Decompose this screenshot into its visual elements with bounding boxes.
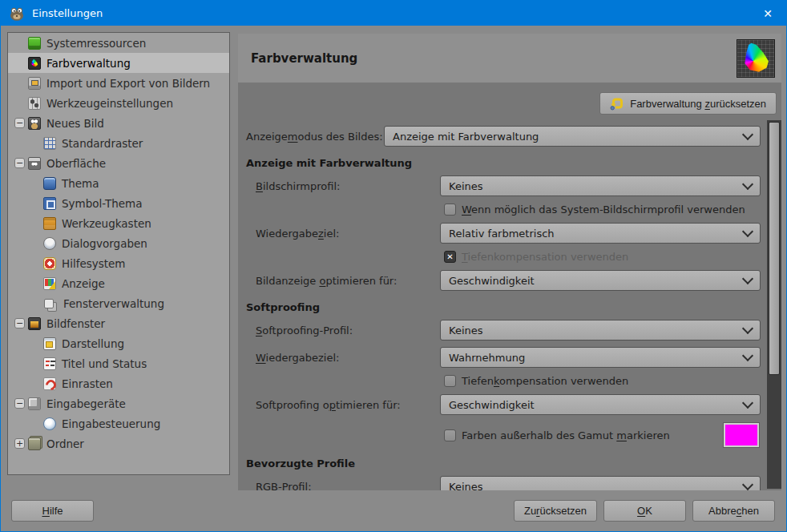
expander-minus-icon[interactable]: − bbox=[14, 158, 25, 168]
input-devices-icon bbox=[28, 397, 41, 410]
sidebar-item-eingabegerate[interactable]: − Eingabegeräte bbox=[8, 393, 229, 413]
theme-icon bbox=[43, 177, 56, 190]
memory-chip-icon bbox=[28, 37, 41, 50]
gamut-color-swatch[interactable] bbox=[724, 423, 759, 447]
sidebar-item-eingabesteuerung[interactable]: Eingabesteuerung bbox=[8, 413, 229, 433]
snapping-icon bbox=[43, 377, 56, 390]
sidebar-item-label: Dialogvorgaben bbox=[62, 237, 147, 250]
dropdown-rgb-profil[interactable]: Keines bbox=[440, 476, 761, 490]
reset-button-label: Farbverwaltung zurücksetzen bbox=[630, 98, 766, 110]
chevron-down-icon bbox=[742, 226, 753, 237]
scrollbar-thumb[interactable] bbox=[769, 122, 780, 375]
sidebar-item-label: Hilfesystem bbox=[62, 257, 126, 270]
checkbox-row-farben-ausserhalb-des-gamut-markieren[interactable]: Farben außerhalb des Gamut markieren bbox=[444, 423, 761, 447]
footer-buttons: Zurücksetzen OK Abbrechen bbox=[514, 500, 775, 522]
sidebar-item-symbol-thema[interactable]: Symbol-Thema bbox=[8, 193, 229, 213]
close-button[interactable]: ✕ bbox=[749, 1, 786, 26]
cancel-button[interactable]: Abbrechen bbox=[692, 500, 775, 522]
sidebar-item-import-und-export-von-bildern[interactable]: Import und Export von Bildern bbox=[8, 73, 229, 93]
sidebar-item-einrasten[interactable]: Einrasten bbox=[8, 373, 229, 393]
appearance-icon bbox=[43, 337, 56, 350]
page-header: Farbverwaltung bbox=[238, 34, 781, 83]
wilber-app-icon bbox=[9, 6, 25, 22]
checkbox-box[interactable]: ✕ bbox=[444, 251, 456, 263]
sidebar-item-hilfesystem[interactable]: Hilfesystem bbox=[8, 253, 229, 273]
grid-icon bbox=[43, 137, 56, 150]
reset-row: Farbverwaltung zurücksetzen bbox=[238, 92, 777, 115]
sidebar-item-werkzeugeinstellungen[interactable]: Werkzeugeinstellungen bbox=[8, 93, 229, 113]
dropdown-anzeigemodus-des-bildes[interactable]: Anzeige mit Farbverwaltung bbox=[384, 126, 761, 147]
settings-tree[interactable]: Systemressourcen Farbverwaltung Import u… bbox=[7, 32, 230, 475]
sidebar-item-thema[interactable]: Thema bbox=[8, 173, 229, 193]
checkbox-box[interactable] bbox=[444, 375, 456, 387]
sidebar-item-label: Werkzeugeinstellungen bbox=[46, 97, 173, 110]
color-gamut-header-icon bbox=[737, 39, 775, 78]
dropdown-value: Anzeige mit Farbverwaltung bbox=[393, 131, 539, 143]
dropdown-value: Geschwindigkeit bbox=[449, 275, 535, 287]
sidebar-item-standardraster[interactable]: Standardraster bbox=[8, 133, 229, 153]
sidebar-item-farbverwaltung[interactable]: Farbverwaltung bbox=[8, 53, 229, 73]
checkbox-box[interactable] bbox=[444, 429, 456, 441]
form-label: Anzeigemodus des Bildes: bbox=[246, 131, 384, 143]
sidebar-item-oberflache[interactable]: − Oberfläche bbox=[8, 153, 229, 173]
dropdown-softproofing-optimieren-fur[interactable]: Geschwindigkeit bbox=[440, 394, 761, 415]
input-controllers-icon bbox=[43, 417, 56, 430]
sidebar-item-systemressourcen[interactable]: Systemressourcen bbox=[8, 33, 229, 53]
expander-minus-icon[interactable]: − bbox=[14, 398, 25, 409]
dropdown-wiedergabeziel[interactable]: Relativ farbmetrisch bbox=[440, 223, 761, 244]
sidebar-item-fensterverwaltung[interactable]: Fensterverwaltung bbox=[8, 293, 229, 313]
color-gamut-icon bbox=[28, 57, 41, 70]
window-title: Einstellungen bbox=[32, 7, 749, 19]
checkbox-row-tiefenkompensation-verwenden[interactable]: ✕ Tiefenkompensation verwenden bbox=[444, 251, 761, 263]
form-row: Anzeigemodus des Bildes: Anzeige mit Far… bbox=[246, 126, 761, 147]
dropdown-wiedergabeziel[interactable]: Wahrnehmung bbox=[440, 347, 761, 368]
dropdown-softproofing-profil[interactable]: Keines bbox=[440, 320, 761, 341]
scrollbar[interactable] bbox=[767, 120, 781, 489]
reset-color-management-button[interactable]: Farbverwaltung zurücksetzen bbox=[599, 92, 777, 115]
interface-icon bbox=[28, 157, 41, 170]
expander-minus-icon[interactable]: − bbox=[14, 118, 25, 128]
sidebar-item-darstellung[interactable]: Darstellung bbox=[8, 333, 229, 353]
import-export-icon bbox=[28, 77, 41, 90]
sidebar-item-titel-und-status[interactable]: Titel und Status bbox=[8, 353, 229, 373]
reset-values-button[interactable]: Zurücksetzen bbox=[514, 500, 597, 522]
checkbox-row-tiefenkompensation-verwenden[interactable]: Tiefenkompensation verwenden bbox=[444, 375, 761, 387]
dropdown-value: Relativ farbmetrisch bbox=[449, 228, 555, 240]
dropdown-value: Wahrnehmung bbox=[449, 352, 525, 364]
expander-minus-icon[interactable]: − bbox=[14, 318, 25, 328]
sidebar-item-label: Werkzeugkasten bbox=[62, 217, 151, 230]
help-button[interactable]: Hilfe bbox=[11, 500, 94, 522]
sidebar-item-neues-bild[interactable]: − Neues Bild bbox=[8, 113, 229, 133]
form-row: Bildanzeige optimieren für: Geschwindigk… bbox=[246, 270, 761, 291]
window-management-icon bbox=[44, 299, 54, 308]
form-label: Softproofing-Profil: bbox=[246, 324, 440, 337]
checkbox-label: Tiefenkompensation verwenden bbox=[462, 375, 628, 387]
sidebar-item-anzeige[interactable]: Anzeige bbox=[8, 273, 229, 293]
dropdown-value: Geschwindigkeit bbox=[449, 399, 535, 411]
chevron-down-icon bbox=[742, 129, 753, 140]
dropdown-bildschirmprofil[interactable]: Keines bbox=[440, 175, 761, 196]
sidebar-item-label: Symbol-Thema bbox=[62, 197, 142, 210]
expander-plus-icon[interactable]: + bbox=[14, 438, 25, 449]
ok-button[interactable]: OK bbox=[603, 500, 686, 522]
sidebar-item-dialogvorgaben[interactable]: Dialogvorgaben bbox=[8, 233, 229, 253]
dropdown-bildanzeige-optimieren-fur[interactable]: Geschwindigkeit bbox=[440, 270, 761, 291]
reset-icon bbox=[610, 96, 624, 111]
toolbox-icon bbox=[43, 217, 56, 230]
checkbox-box[interactable] bbox=[444, 204, 456, 216]
form-label: Bildanzeige optimieren für: bbox=[246, 275, 440, 287]
sidebar-item-werkzeugkasten[interactable]: Werkzeugkasten bbox=[8, 213, 229, 233]
sidebar-item-ordner[interactable]: + Ordner bbox=[8, 433, 229, 453]
sidebar-item-label: Import und Export von Bildern bbox=[46, 77, 210, 90]
chevron-down-icon bbox=[742, 179, 753, 190]
sidebar-item-bildfenster[interactable]: − Bildfenster bbox=[8, 313, 229, 333]
folders-icon bbox=[28, 437, 41, 450]
titlebar[interactable]: Einstellungen ✕ bbox=[1, 1, 786, 26]
section-softproofing: Softproofing bbox=[246, 301, 761, 313]
sidebar-item-label: Anzeige bbox=[62, 277, 105, 290]
settings-form: Anzeigemodus des Bildes: Anzeige mit Far… bbox=[238, 120, 781, 490]
dropdown-value: Keines bbox=[449, 481, 483, 491]
checkbox-row-wenn-moglich-das-system-bildschirmprofil-verwenden[interactable]: Wenn möglich das System-Bildschirmprofil… bbox=[444, 204, 761, 216]
form-row: Bildschirmprofil: Keines bbox=[246, 175, 761, 196]
form-row: Softproofing optimieren für: Geschwindig… bbox=[246, 394, 761, 415]
